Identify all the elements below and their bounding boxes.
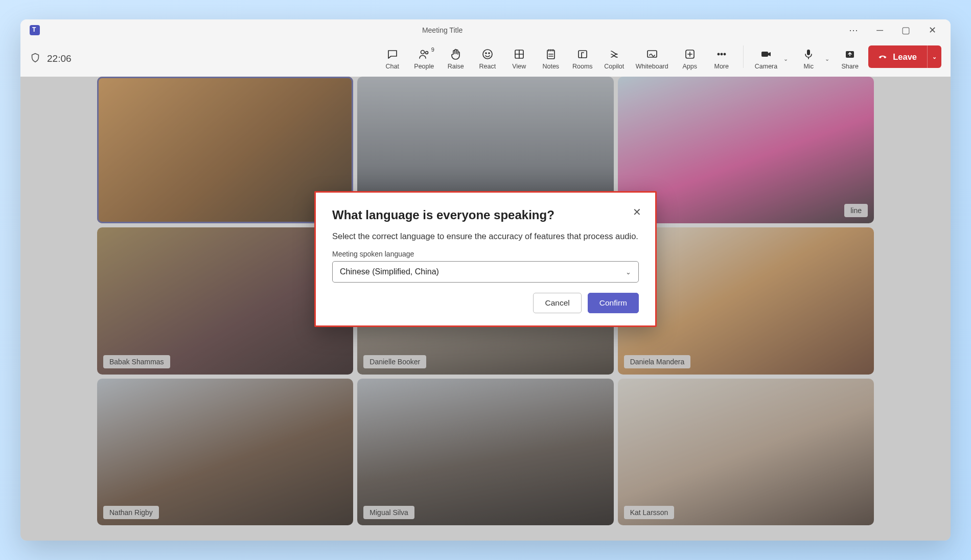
hangup-icon (877, 52, 888, 62)
modal-body: Select the correct language to ensure th… (332, 230, 639, 243)
camera-chevron-icon[interactable]: ⌄ (781, 56, 790, 62)
copilot-icon (608, 48, 621, 61)
svg-point-11 (721, 53, 722, 55)
toolbar-divider (743, 45, 744, 68)
people-icon (418, 48, 431, 61)
field-label: Meeting spoken language (332, 250, 639, 258)
meeting-toolbar: 22:06 Chat 9 People Raise React (20, 41, 951, 77)
whiteboard-icon (645, 48, 659, 61)
chat-button[interactable]: Chat (379, 45, 406, 72)
share-icon (843, 48, 857, 61)
confirm-button[interactable]: Confirm (588, 293, 639, 313)
svg-point-1 (425, 52, 428, 54)
copilot-button[interactable]: Copilot (601, 45, 628, 72)
react-icon (481, 48, 494, 61)
more-button[interactable]: More (708, 45, 735, 72)
modal-title: What language is everyone speaking? (332, 208, 639, 222)
selected-language: Chinese (Simplified, China) (340, 267, 439, 276)
raise-hand-button[interactable]: Raise (443, 45, 469, 72)
notes-button[interactable]: Notes (538, 45, 564, 72)
titlebar: Meeting Title ⋯ ─ ▢ ✕ (20, 19, 951, 41)
svg-rect-13 (761, 52, 768, 57)
chat-icon (386, 48, 399, 61)
minimize-icon[interactable]: ─ (872, 23, 887, 38)
close-window-icon[interactable]: ✕ (924, 22, 940, 38)
shield-icon[interactable] (30, 52, 41, 66)
leave-button[interactable]: Leave ⌄ (868, 45, 941, 68)
close-icon[interactable]: ✕ (630, 205, 644, 219)
camera-icon (759, 48, 773, 61)
svg-point-0 (421, 51, 424, 54)
apps-button[interactable]: Apps (677, 45, 703, 72)
participant-tile[interactable]: Nathan Rigby (97, 379, 353, 525)
mic-icon (802, 48, 815, 61)
svg-point-3 (485, 53, 487, 54)
share-button[interactable]: Share (837, 45, 863, 72)
meeting-timer: 22:06 (47, 53, 72, 64)
notes-icon (544, 48, 558, 61)
people-count: 9 (431, 46, 434, 53)
participant-tile[interactable]: Kat Larsson (618, 379, 874, 525)
leave-chevron-icon[interactable]: ⌄ (927, 45, 941, 68)
rooms-icon (576, 48, 589, 61)
view-button[interactable]: View (506, 45, 533, 72)
svg-rect-7 (579, 51, 587, 58)
participant-name: Migual Silva (363, 506, 414, 519)
raise-hand-icon (449, 48, 463, 61)
react-button[interactable]: React (474, 45, 501, 72)
teams-logo-icon (30, 25, 40, 35)
svg-point-4 (489, 53, 490, 54)
rooms-button[interactable]: Rooms (569, 45, 596, 72)
participant-name: line (844, 204, 868, 217)
svg-rect-8 (648, 51, 657, 57)
participant-name: Kat Larsson (624, 506, 675, 519)
participant-name: Daniela Mandera (624, 355, 691, 368)
apps-icon (683, 48, 697, 61)
camera-button[interactable]: Camera (752, 45, 780, 72)
cancel-button[interactable]: Cancel (533, 293, 581, 313)
participant-name: Babak Shammas (103, 355, 170, 368)
chevron-down-icon: ⌄ (626, 268, 631, 276)
svg-point-12 (724, 53, 725, 55)
view-icon (513, 48, 526, 61)
participant-name: Danielle Booker (363, 355, 426, 368)
mic-chevron-icon[interactable]: ⌄ (823, 56, 831, 62)
svg-rect-14 (807, 50, 810, 55)
mic-button[interactable]: Mic (795, 45, 822, 72)
app-window: Meeting Title ⋯ ─ ▢ ✕ 22:06 Chat 9 Peopl… (20, 19, 951, 541)
people-button[interactable]: 9 People (411, 45, 437, 72)
participant-tile[interactable]: Migual Silva (357, 379, 613, 525)
maximize-icon[interactable]: ▢ (897, 22, 914, 38)
language-modal: ✕ What language is everyone speaking? Se… (314, 191, 657, 327)
more-options-icon[interactable]: ⋯ (845, 22, 862, 38)
svg-point-10 (718, 53, 719, 55)
whiteboard-button[interactable]: Whiteboard (633, 45, 672, 72)
language-select[interactable]: Chinese (Simplified, China) ⌄ (332, 261, 639, 283)
window-title: Meeting Title (40, 26, 845, 34)
svg-point-2 (483, 50, 492, 59)
more-icon (715, 48, 728, 61)
participant-name: Nathan Rigby (103, 506, 159, 519)
